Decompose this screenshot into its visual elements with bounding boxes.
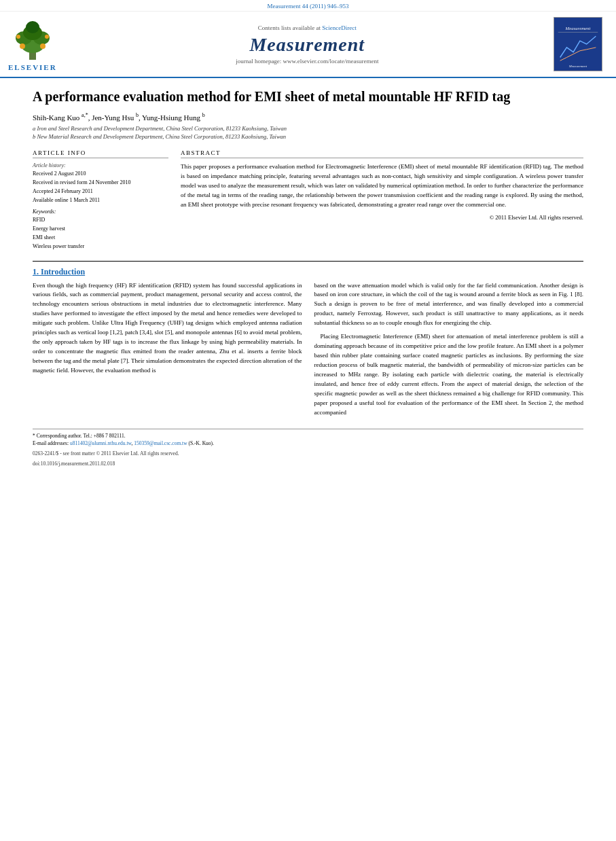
author-kuo: Shih-Kang Kuo a,*, Jen-Yung Hsu b, Yung-… [33, 113, 205, 122]
journal-center-block: Contents lists available at ScienceDirec… [69, 24, 545, 65]
journal-citation: Measurement 44 (2011) 946–953 [268, 3, 349, 10]
accepted-date: Accepted 24 February 2011 [33, 187, 168, 196]
history-label: Article history: [33, 162, 168, 168]
section-divider [33, 261, 583, 262]
email-suffix: (S.-K. Kuo). [188, 440, 214, 446]
abstract-text: This paper proposes a performance evalua… [181, 162, 583, 210]
two-col-meta: ARTICLE INFO Article history: Received 2… [33, 149, 583, 251]
svg-point-8 [16, 35, 20, 39]
svg-point-5 [26, 21, 39, 33]
svg-text:Measurement: Measurement [568, 65, 587, 68]
svg-point-7 [40, 43, 46, 49]
article-title: A performance evaluation method for EMI … [33, 88, 583, 105]
abstract-title: ABSTRACT [181, 149, 583, 158]
keyword-emi: EMI sheet [33, 234, 168, 243]
affiliations-block: a Iron and Steel Research and Developmen… [33, 124, 583, 142]
section1-title: 1. Introduction [33, 267, 583, 277]
body-two-col: Even though the high frequency (HF) RF i… [33, 281, 583, 422]
received-date: Received 2 August 2010 [33, 170, 168, 179]
corresponding-note: * Corresponding author. Tel.: +886 7 802… [33, 432, 583, 440]
sciencedirect-link[interactable]: ScienceDirect [322, 24, 356, 31]
svg-point-9 [45, 35, 49, 39]
article-info-block: ARTICLE INFO Article history: Received 2… [33, 149, 168, 251]
article-info-title: ARTICLE INFO [33, 149, 168, 158]
intro-para1: Even though the high frequency (HF) RF i… [33, 281, 302, 376]
svg-text:Measurement: Measurement [565, 26, 592, 31]
intro-para3: Placing Electromagnetic Interference (EM… [314, 332, 584, 417]
cover-thumbnail-icon: Measurement Measurement [554, 18, 602, 71]
body-col-left: Even though the high frequency (HF) RF i… [33, 281, 302, 422]
affiliation-b: b New Material Research and Development … [33, 132, 583, 141]
footer-line1: 0263-2241/$ - see front matter © 2011 El… [33, 450, 583, 457]
svg-point-6 [20, 43, 25, 49]
keywords-list: RFID Energy harvest EMI sheet Wireless p… [33, 216, 168, 251]
dates-block: Received 2 August 2010 Received in revis… [33, 170, 168, 204]
journal-title-display: Measurement [69, 34, 545, 56]
affiliation-a: a Iron and Steel Research and Developmen… [33, 124, 583, 133]
journal-homepage-line: journal homepage: www.elsevier.com/locat… [69, 58, 545, 65]
journal-header: ELSEVIER Contents lists available at Sci… [0, 12, 616, 78]
authors-line: Shih-Kang Kuo a,*, Jen-Yung Hsu b, Yung-… [33, 112, 583, 122]
sciencedirect-line: Contents lists available at ScienceDirec… [69, 24, 545, 31]
keyword-wireless: Wireless power transfer [33, 243, 168, 251]
keyword-rfid: RFID [33, 216, 168, 225]
main-content: A performance evaluation method for EMI … [0, 78, 616, 478]
email-note: E-mail addresses: u811402@alumni.nthu.ed… [33, 440, 583, 447]
elsevier-brand-text: ELSEVIER [8, 63, 57, 71]
journal-cover: Measurement Measurement [554, 17, 602, 71]
elsevier-tree-icon [9, 18, 56, 62]
copyright-line: © 2011 Elsevier Ltd. All rights reserved… [181, 214, 583, 221]
email2[interactable]: 150359@mail.csc.com.tw [134, 440, 187, 446]
received-revised-date: Received in revised form 24 November 201… [33, 179, 168, 187]
body-col-right: based on the wave attenuation model whic… [314, 281, 584, 422]
keyword-energy: Energy harvest [33, 225, 168, 234]
available-date: Available online 1 March 2011 [33, 196, 168, 205]
footnote-area: * Corresponding author. Tel.: +886 7 802… [33, 429, 583, 468]
email-label: E-mail addresses: [33, 440, 69, 446]
elsevier-logo: ELSEVIER [8, 18, 57, 71]
keywords-label: Keywords: [33, 209, 168, 215]
abstract-block: ABSTRACT This paper proposes a performan… [181, 149, 583, 251]
top-bar: Measurement 44 (2011) 946–953 [0, 0, 616, 12]
email1[interactable]: u811402@alumni.nthu.edu.tw [70, 440, 132, 446]
footer-line2: doi:10.1016/j.measurement.2011.02.018 [33, 460, 583, 467]
intro-para2: based on the wave attenuation model whic… [314, 281, 584, 329]
